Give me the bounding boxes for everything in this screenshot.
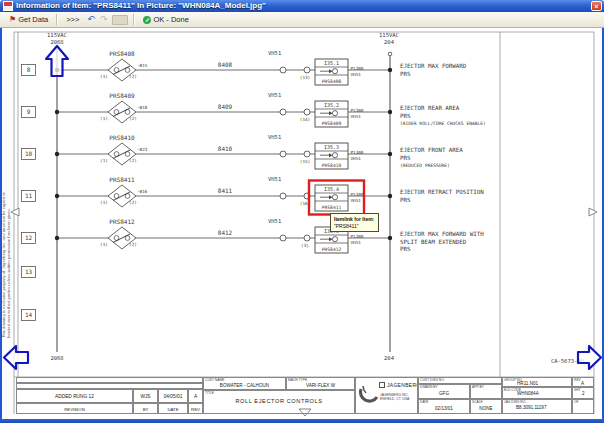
plc-input-address: I35.3 [324,144,339,150]
titleblock-mach-type: MACH TYPE VARI-FLEX W [286,377,355,390]
plc-input-box-I35.2[interactable]: I35.2PRS8409 [315,101,348,127]
rung-description: EJECTOR MAX FORWARD WITH [400,231,484,237]
rung-number-12: 12 [22,233,36,244]
plc-box-device: PRS8410 [322,163,342,168]
plc-input-address: I35.2 [324,102,339,108]
right-margin-marker [589,208,597,216]
plc-box-device: PRS8408 [322,79,342,84]
rung-description: EJECTOR RETRACT POSITION [400,189,484,195]
left-bus-wire-top: 2068 [50,39,63,45]
plc-rack: P1300 [351,150,364,155]
right-bus-wire-top: 204 [384,39,395,45]
rung-description: EJECTOR FRONT AREA [400,147,463,153]
titleblock-jag-dwg: JAG DWG NO. B8.3091.11197 [502,399,572,414]
rung-description: (REDUCED PRESSURE) [400,163,450,168]
plc-box-device: PRS8409 [322,121,342,126]
rung-number-11: 11 [22,191,36,202]
connector-pin: (3) [301,243,309,248]
wire-number: 8408 [218,61,233,68]
company-name: JAGENBERG [387,382,418,388]
plc-rack-conn: VH51 [351,240,362,245]
connector-pin: (14) [300,117,310,122]
drawing-text: 9 [27,108,31,115]
rung-number-13: 13 [22,267,36,278]
rung-description: PRS [400,113,411,119]
terminal-number: (1) [100,242,108,247]
revision-by: WJS [133,389,158,403]
left-bus-voltage: 115VAC [47,32,67,38]
plc-rack: P1300 [351,192,364,197]
plc-rack-conn: VH51 [351,156,362,161]
rung-number-14: 14 [22,310,36,321]
drawing-text: 11 [25,192,33,199]
device-bref: -B23 [137,147,148,152]
device-bref: -B15 [137,63,148,68]
terminal-number: (2) [129,74,137,79]
schematic-drawing: 115VAC20682068115VAC204204891011121314PR… [0,0,604,423]
terminal-number: (2) [129,200,137,205]
connector-pin: (13) [300,75,310,80]
titleblock-rev: REV A [572,377,594,387]
terminal-number: (1) [100,74,108,79]
plc-rack-conn: VH51 [351,114,362,119]
rung-8: PRS8408(1)(2)-B158408VH51(13)I35.1PRS840… [55,50,467,85]
device-label: PRS8411 [109,176,135,183]
plc-input-box-I35.4[interactable]: I35.4PRS8411 [315,185,348,211]
titleblock-title: TITLE ROLL EJECTOR CONTROLS [203,390,355,414]
rung-description: EJECTOR MAX FORWARD [400,63,467,69]
rung-12: PRS8412(1)(2)8412VH51(3)I35.5PRS8412P130… [55,218,484,253]
drawing-text: 13 [25,268,33,275]
plc-rack-conn: VH51 [351,72,362,77]
device-label: PRS8410 [109,134,135,141]
drawing-text: 8 [27,66,31,73]
wire-number: 8412 [218,229,233,236]
wire-number: 8411 [218,187,233,194]
wire-number: 8410 [218,145,233,152]
revision-date: 04/05/01 [158,389,188,403]
app-window: Information of Item: "PRS8411" In Pictur… [0,0,604,423]
connector-pin: (15) [300,159,310,164]
plc-input-box-I35.3[interactable]: I35.3PRS8410 [315,143,348,169]
plc-rack: P1300 [351,66,364,71]
titleblock-eld-code: ELD CODE WHN084A [502,387,572,399]
nav-arrow-up[interactable] [46,46,68,76]
drawing-text: 14 [25,311,33,318]
titleblock-date: DATE 02/13/01 [418,399,470,414]
drawing-text: 12 [25,234,33,241]
right-bus-wire-bottom: 204 [384,355,395,361]
right-bus-voltage: 115VAC [379,32,399,38]
plc-input-box-I35.1[interactable]: I35.1PRS8408 [315,59,348,85]
plc-box-device: PRS8411 [322,205,342,210]
revision-desc: ADDED RUNG 12 [16,389,133,403]
rev-header: REV [188,403,203,414]
rung-number-9: 9 [22,107,36,118]
connector-label: VH51 [268,50,281,56]
terminal-number: (1) [100,116,108,121]
terminal-number: (2) [129,116,137,121]
plc-box-device: PRS8412 [322,247,342,252]
nav-arrow-right[interactable] [578,346,601,369]
title-block: ADDED RUNG 12 WJS 04/05/01 A REVISION BY… [14,377,594,414]
titleblock-app-by: APP BY [470,384,502,399]
titleblock-drawn-by: DRAWN BY GFG [418,384,470,399]
rung-description: EJECTOR REAR AREA [400,105,460,111]
plc-rack: P1300 [351,234,364,239]
plc-rack: P1300 [351,108,364,113]
date-header: DATE [158,403,188,414]
plc-input-address: I35.4 [324,186,339,192]
wire-number: 8409 [218,103,233,110]
titleblock-sht: SHT 2 [572,387,594,399]
nav-arrow-left[interactable] [4,346,28,369]
terminal-number: (1) [100,200,108,205]
itemlink-tooltip: Itemlink for Item: "PRS8411" [330,213,379,232]
connector-label: VH51 [268,176,281,182]
titleblock-scale: SCALE NONE [470,399,502,414]
device-bref: -B16 [137,189,148,194]
tooltip-line1: Itemlink for Item: [334,216,374,223]
tooltip-line2: "PRS8411" [334,223,374,230]
revision-header: REVISION [16,403,133,414]
titleblock-cust-name: CUST NAME BOWATER - CALHOUN [203,377,286,390]
terminal-number: (2) [129,158,137,163]
plc-rack-conn: VH51 [351,198,362,203]
rung-number-8: 8 [22,65,36,76]
